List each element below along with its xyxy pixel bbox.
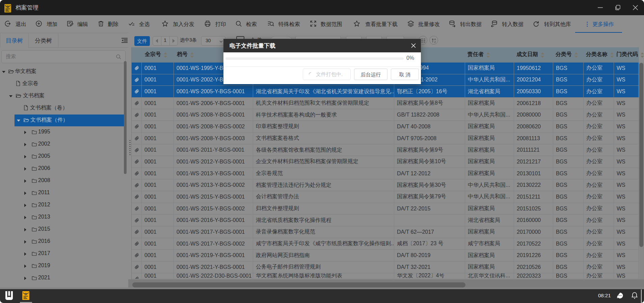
svg-text:Z: Z	[434, 41, 436, 44]
